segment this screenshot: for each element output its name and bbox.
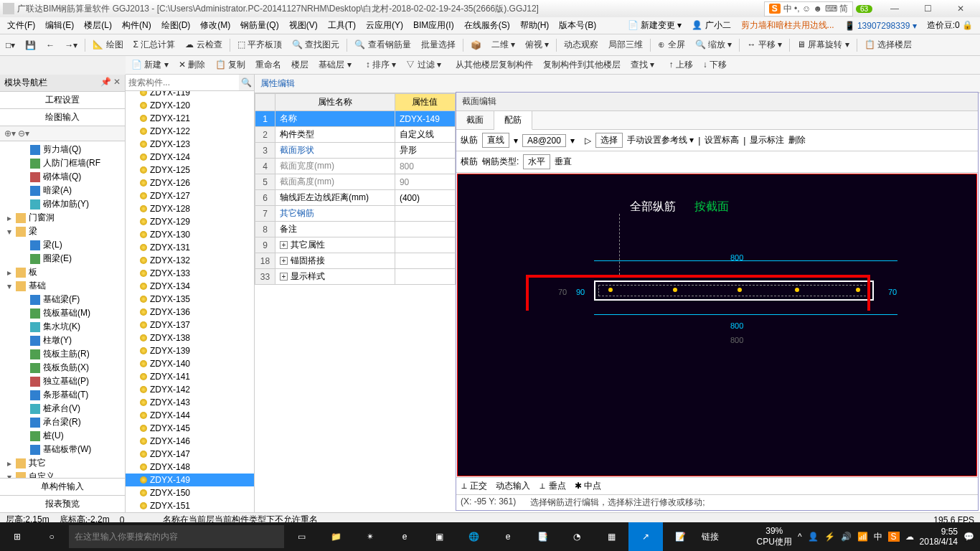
tree-item[interactable]: ▸板 — [1, 265, 123, 279]
menu-item[interactable]: 构件(N) — [118, 19, 156, 32]
tree-item[interactable]: 桩(U) — [1, 429, 123, 443]
tree-item[interactable]: 剪力墙(Q) — [1, 143, 123, 156]
component-item[interactable]: ZDYX-139 — [126, 344, 254, 357]
toolbar-item[interactable]: 从其他楼层复制构件 — [453, 59, 536, 71]
menu-item[interactable]: 视图(V) — [285, 19, 322, 32]
pin-icon[interactable]: 📌 ✕ — [100, 77, 121, 89]
toolbar-item[interactable]: 🖥 屏幕旋转 ▾ — [794, 39, 852, 51]
component-item[interactable]: ZDYX-134 — [126, 280, 254, 293]
tab-report[interactable]: 报表预览 — [0, 495, 125, 512]
toolbar-item[interactable]: 局部三维 — [606, 39, 646, 51]
section-project[interactable]: 工程设置 — [0, 92, 125, 109]
start-button[interactable]: ⊞ — [0, 522, 34, 551]
property-row[interactable]: 5截面高度(mm)90 — [255, 174, 456, 190]
component-item[interactable]: ZDYX-122 — [126, 125, 254, 138]
tree-item[interactable]: 基础梁(F) — [1, 293, 123, 306]
toolbar-item[interactable]: 📦 — [468, 40, 484, 50]
toolbar-item[interactable]: 动态观察 — [561, 39, 601, 51]
component-item[interactable]: ZDYX-128 — [126, 202, 254, 215]
tree-item[interactable]: 柱墩(Y) — [1, 334, 123, 347]
tree-item[interactable]: 圈梁(E) — [1, 252, 123, 265]
manual-ref[interactable]: 手动设置参考线 ▾ — [627, 134, 694, 146]
component-item[interactable]: ZDYX-148 — [126, 461, 254, 474]
tab-rebar[interactable]: 配筋 — [494, 111, 532, 130]
component-item[interactable]: ZDYX-142 — [126, 383, 254, 396]
component-item[interactable]: ZDYX-146 — [126, 435, 254, 448]
warning-msg[interactable]: 剪力墙和暗柱共用边线... — [737, 19, 839, 32]
toolbar-item[interactable]: 重命名 — [253, 59, 284, 71]
menu-item[interactable]: BIM应用(I) — [409, 19, 458, 32]
max-button[interactable]: ☐ — [911, 0, 944, 17]
task-view-icon[interactable]: ▭ — [284, 522, 319, 551]
tree-item[interactable]: ▸门窗洞 — [1, 211, 123, 225]
select-button[interactable]: 选择 — [595, 133, 623, 148]
tab-section[interactable]: 截面 — [456, 111, 494, 129]
toolbar-item[interactable]: 📄 新建 ▾ — [128, 59, 171, 71]
toolbar-item[interactable]: 复制构件到其他楼层 — [540, 59, 623, 71]
component-item[interactable]: ZDYX-136 — [126, 306, 254, 319]
notif-badge[interactable]: 63 — [856, 5, 872, 13]
toolbar-item[interactable]: □▾ — [3, 40, 18, 50]
horiz-type[interactable]: 水平 — [523, 154, 550, 169]
component-item[interactable]: ZDYX-119 — [126, 91, 254, 99]
close-button[interactable]: ✕ — [944, 0, 977, 17]
clock[interactable]: 9:552018/4/14 — [920, 527, 958, 547]
property-row[interactable]: 8备注 — [255, 222, 456, 237]
menu-item[interactable]: 在线服务(S) — [460, 19, 514, 32]
toolbar-item[interactable]: →▾ — [62, 40, 80, 50]
property-row[interactable]: 18+锚固搭接 — [255, 253, 456, 269]
component-item[interactable]: ZDYX-145 — [126, 422, 254, 435]
property-row[interactable]: 33+显示样式 — [255, 269, 456, 285]
cortana-icon[interactable]: ○ — [34, 522, 69, 551]
tree-item[interactable]: ▾自定义 — [1, 470, 123, 478]
phone-label[interactable]: 📱 13907298339 ▾ — [840, 21, 921, 31]
dyn-input[interactable]: 动态输入 — [496, 480, 530, 492]
menu-item[interactable]: 工具(T) — [324, 19, 360, 32]
toolbar-item[interactable]: 基础层 ▾ — [316, 59, 354, 71]
component-item[interactable]: ZDYX-147 — [126, 448, 254, 461]
tree-item[interactable]: ▾基础 — [1, 279, 123, 293]
property-row[interactable]: 3截面形状异形 — [255, 143, 456, 159]
toolbar-item[interactable]: 📋 选择楼层 — [862, 39, 915, 51]
component-item[interactable]: ZDYX-123 — [126, 138, 254, 151]
component-item[interactable]: ZDYX-125 — [126, 164, 254, 176]
toolbar-item[interactable]: 💾 — [22, 40, 39, 50]
toolbar-item[interactable]: ⊕ 全屏 — [655, 39, 687, 51]
ortho[interactable]: ⊥ 正交 — [461, 480, 487, 492]
tree-item[interactable]: 人防门框墙(RF — [1, 156, 123, 170]
tree-item[interactable]: 筏板基础(M) — [1, 306, 123, 320]
toolbar-item[interactable]: ← — [43, 40, 57, 50]
component-item[interactable]: ZDYX-120 — [126, 99, 254, 112]
show-mark[interactable]: 显示标注 — [750, 134, 784, 146]
toolbar-item[interactable]: ☁ 云检查 — [182, 39, 225, 51]
menu-item[interactable]: 编辑(E) — [41, 19, 78, 32]
tree-item[interactable]: 砌体墙(Q) — [1, 170, 123, 184]
component-item[interactable]: ZDYX-131 — [126, 241, 254, 254]
component-item[interactable]: ZDYX-137 — [126, 319, 254, 331]
tree-item[interactable]: 暗梁(A) — [1, 184, 123, 197]
component-item[interactable]: ZDYX-135 — [126, 293, 254, 306]
property-row[interactable]: 6轴线距左边线距离(mm)(400) — [255, 190, 456, 206]
toolbar-item[interactable]: 🔍 查找图元 — [289, 39, 342, 51]
min-button[interactable]: — — [878, 0, 911, 17]
tree-item[interactable]: 筏板负筋(X) — [1, 361, 123, 375]
toolbar-item[interactable]: 楼层 — [288, 59, 311, 71]
tree-item[interactable]: 独立基础(P) — [1, 375, 123, 388]
tree-item[interactable]: 桩承台(V) — [1, 402, 123, 415]
ime-bar[interactable]: S中 •, ☺ ☻ ⌨ 简 — [764, 1, 853, 17]
menu-item[interactable]: 版本号(B) — [555, 19, 600, 32]
menu-item[interactable]: 云应用(Y) — [362, 19, 407, 32]
tree-item[interactable]: 梁(L) — [1, 238, 123, 252]
component-item[interactable]: ZDYX-133 — [126, 267, 254, 280]
property-row[interactable]: 4截面宽度(mm)800 — [255, 159, 456, 174]
section-draw[interactable]: 绘图输入 — [0, 109, 125, 126]
component-item[interactable]: ZDYX-127 — [126, 189, 254, 202]
toolbar-item[interactable]: Σ 汇总计算 — [131, 39, 179, 51]
toolbar-item[interactable]: ▽ 过滤 ▾ — [403, 59, 444, 71]
perp[interactable]: ⊥ 垂点 — [539, 480, 565, 492]
line-button[interactable]: 直线 — [482, 133, 509, 148]
tree-item[interactable]: 承台梁(R) — [1, 415, 123, 429]
spec-input[interactable]: A8@200 — [522, 134, 566, 147]
toolbar-item[interactable]: 查找 ▾ — [628, 59, 657, 71]
toolbar-item[interactable]: ↕ 排序 ▾ — [363, 59, 400, 71]
